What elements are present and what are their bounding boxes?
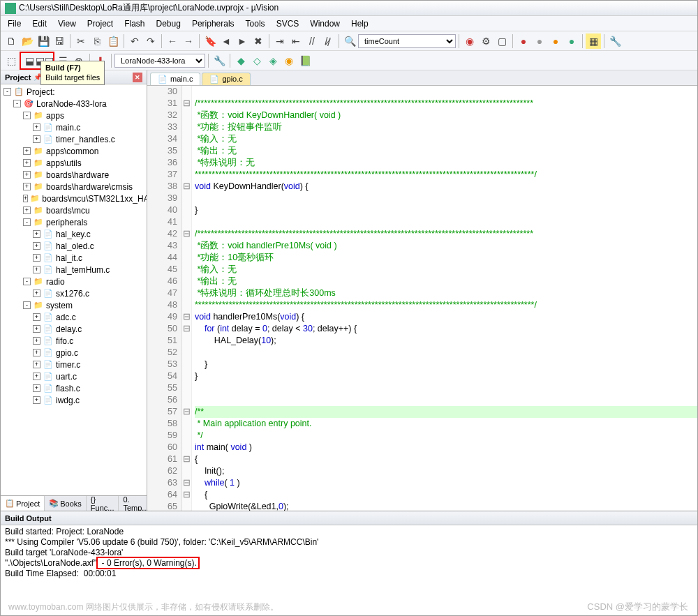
editor-tab-gpio[interactable]: 📄gpio.c [202,73,250,85]
tree-file[interactable]: +📄hal_oled.c [1,240,147,252]
copy-icon[interactable]: ⎘ [89,33,105,49]
wrench-icon[interactable]: 🔧 [607,33,623,49]
new-file-icon[interactable]: 🗋 [3,33,19,49]
tree-file[interactable]: +📄hal_it.c [1,252,147,264]
tree-group-hal[interactable]: +📁boards\mcu\STM32L1xx_HA [1,193,147,204]
window-icon[interactable]: ▢ [494,33,510,49]
tree-group-cmsis[interactable]: +📁boards\hardware\cmsis [1,181,147,193]
undo-icon[interactable]: ↶ [127,33,142,49]
nav-fwd-icon[interactable]: → [181,33,196,49]
tree-file[interactable]: +📄hal_temHum.c [1,264,147,276]
green-dot-icon[interactable]: ● [564,33,579,49]
tree-file[interactable]: +📄gpio.c [1,347,147,359]
red-dot-icon[interactable]: ● [516,33,531,49]
editor-tab-bar: 📄main.c 📄gpio.c [147,70,697,86]
save-all-icon[interactable]: 🖫 [52,33,67,49]
bookmark-clear-icon[interactable]: ✖ [251,33,266,49]
left-panel-tabs: 📋Project 📚Books {} Func... 0. Temp... [1,495,147,511]
tree-file[interactable]: +📄hal_key.c [1,228,147,240]
tab-books[interactable]: 📚Books [45,496,87,511]
close-icon[interactable]: ✕ [133,73,142,82]
outdent-icon[interactable]: ⇤ [288,33,304,49]
tree-file[interactable]: +📄iwdg.c [1,394,147,406]
gray-dot-icon[interactable]: ● [532,33,547,49]
tree-group-utils[interactable]: +📁apps\utils [1,157,147,169]
manage-icon[interactable]: ◆ [233,53,248,68]
configure-icon[interactable]: ⚙ [478,33,493,49]
menu-project[interactable]: Project [82,17,119,30]
menu-tools[interactable]: Tools [240,17,271,30]
app-icon [5,3,16,14]
paste-icon[interactable]: 📋 [105,33,121,49]
code-area[interactable]: /***************************************… [192,86,697,511]
tree-root[interactable]: -📋Project: [1,86,147,98]
redo-icon[interactable]: ↷ [143,33,158,49]
build-button[interactable]: ⬓ [22,53,37,68]
editor-tab-main[interactable]: 📄main.c [150,73,200,85]
tree-file[interactable]: +📄fifo.c [1,335,147,347]
tree-file[interactable]: +📄uart.c [1,370,147,382]
indent-icon[interactable]: ⇥ [272,33,288,49]
toolbar-2: ⬚ ⬓ ⬓⬓ ☰ ⊗ ⬇ LoraNode-433-lora 🔧 ◆ ◇ ◈ ◉… [1,51,697,70]
find-icon[interactable]: 🔍 [342,33,357,49]
tree-group-radio[interactable]: -📁radio [1,276,147,287]
tree-file-timerh[interactable]: +📄timer_handles.c [1,133,147,145]
target-options-icon[interactable]: 🔧 [211,53,227,68]
watermark: www.toymoban.com 网络图片仅供展示，非存储，如有侵权请联系删除。 [8,601,279,613]
menu-peripherals[interactable]: Peripherals [186,17,240,30]
tree-group-system[interactable]: -📁system [1,299,147,311]
build-output-header: Build Output [1,511,697,525]
menu-view[interactable]: View [52,17,82,30]
uncomment-icon[interactable]: //̷ [320,33,336,49]
find-combo[interactable]: timeCount [358,34,456,48]
bookmark-next-icon[interactable]: ► [235,33,250,49]
git-icon[interactable]: ◉ [281,53,297,68]
menu-window[interactable]: Window [304,17,346,30]
tree-target[interactable]: -🎯LoraNode-433-lora [1,98,147,110]
menu-help[interactable]: Help [346,17,374,30]
build-output-title: Build Output [5,514,52,523]
tree-group-mcu[interactable]: +📁boards\mcu [1,204,147,216]
tree-file[interactable]: +📄flash.c [1,382,147,394]
tree-group-common[interactable]: +📁apps\common [1,145,147,157]
window-titlebar: C:\Users\Still\Desktop\LoRa通用库\project\L… [1,1,697,16]
bookmark-icon[interactable]: 🔖 [202,33,218,49]
csdn-credit: CSDN @爱学习的蒙学长 [587,601,688,613]
menu-file[interactable]: File [2,17,27,30]
tree-file-main[interactable]: +📄main.c [1,121,147,133]
menu-flash[interactable]: Flash [119,17,150,30]
tree-group-periph[interactable]: -📁peripherals [1,216,147,228]
tab-functions[interactable]: {} Func... [87,496,119,511]
debug-icon[interactable]: ◉ [462,33,477,49]
target-combo[interactable]: LoraNode-433-lora [114,54,205,68]
orange-dot-icon[interactable]: ● [548,33,563,49]
nav-back-icon[interactable]: ← [165,33,180,49]
cut-icon[interactable]: ✂ [73,33,89,49]
help-icon[interactable]: 📗 [297,53,313,68]
bookmark-prev-icon[interactable]: ◄ [218,33,234,49]
tree-file[interactable]: +📄adc.c [1,311,147,323]
translate-icon[interactable]: ⬚ [3,53,19,68]
toolbar-1: 🗋 📂 💾 🖫 ✂ ⎘ 📋 ↶ ↷ ← → 🔖 ◄ ► ✖ ⇥ ⇤ // //̷… [1,31,697,51]
rte-icon[interactable]: ◈ [265,53,281,68]
tree-group-apps[interactable]: -📁apps [1,110,147,121]
project-tree[interactable]: -📋Project: -🎯LoraNode-433-lora -📁apps +📄… [1,84,147,495]
comment-icon[interactable]: // [304,33,320,49]
menu-debug[interactable]: Debug [151,17,186,30]
pack-icon[interactable]: ◇ [249,53,265,68]
code-editor[interactable]: 3031323334353637383940414243444546474849… [147,86,697,511]
window-title: C:\Users\Still\Desktop\LoRa通用库\project\L… [19,2,279,14]
menu-svcs[interactable]: SVCS [271,17,305,30]
panel-icon[interactable]: ▦ [586,33,601,49]
open-file-icon[interactable]: 📂 [20,33,35,49]
fold-gutter[interactable]: ⊟ ⊟ ⊟ ⊟⊟ ⊟ ⊟ ⊟⊟ [182,86,192,511]
menu-edit[interactable]: Edit [27,17,52,30]
save-icon[interactable]: 💾 [36,33,51,49]
tree-file[interactable]: +📄sx1276.c [1,287,147,299]
tree-file[interactable]: +📄timer.c [1,359,147,370]
tree-file[interactable]: +📄delay.c [1,323,147,335]
line-gutter: 3031323334353637383940414243444546474849… [147,86,182,511]
tree-group-hw[interactable]: +📁boards\hardware [1,169,147,181]
project-panel-title: Project [5,73,31,82]
tab-project[interactable]: 📋Project [1,496,45,511]
